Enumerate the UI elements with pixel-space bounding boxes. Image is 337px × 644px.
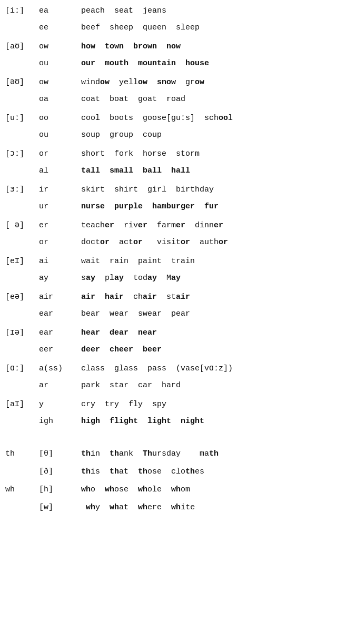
examples-cell: why what where white [79,503,332,512]
examples-cell: who whose whole whom [79,485,332,494]
spelling-cell: oa [37,95,79,104]
table-row: wh [h] who whose whole whom [5,484,332,502]
spelling-cell: ear [37,328,79,337]
examples-cell: hear dear near [79,328,332,337]
phoneme-cell: wh [5,485,37,494]
table-row: igh high flight light night [5,416,332,434]
examples-cell: bear wear swear pear [79,309,332,318]
table-row: [ɔː] or short fork horse storm [5,147,332,165]
spelling-cell: al [37,166,79,175]
examples-cell: cry try fly spy [79,400,332,409]
examples-cell: wait rain paint train [79,257,332,266]
phoneme-cell: [ɑː] [5,363,37,373]
examples-cell: our mouth mountain house [79,59,332,68]
examples-cell: thin thank Thursday math [79,449,332,458]
phonics-table: [iː] ea peach seat jeans ee beef sheep q… [5,4,332,520]
table-row: [ɑː] a(ss) class glass pass (vase[vɑːz]) [5,362,332,380]
examples-cell: peach seat jeans [79,6,332,15]
table-row: al tall small ball hall [5,165,332,183]
examples-cell: teacher river farmer dinner [79,221,332,230]
phoneme-cell: [ ə] [5,220,37,230]
phoneme-cell: [ɜː] [5,184,37,194]
spelling-cell: oo [37,114,79,123]
examples-cell: doctor actor visitor author [79,238,332,247]
spelling-cell: ou [37,130,79,139]
phoneme-cell: [aɪ] [5,399,37,409]
table-row: th [θ] thin thank Thursday math [5,448,332,466]
phoneme-cell: [iː] [5,5,37,15]
spelling-cell: [θ] [37,449,79,458]
spelling-cell: eer [37,345,79,354]
spelling-cell: er [37,221,79,230]
table-row: [ɪə] ear hear dear near [5,326,332,344]
table-row: [uː] oo cool boots goose[guːs] school [5,112,332,129]
examples-cell: window yellow snow grow [79,78,332,87]
spelling-cell: ou [37,59,79,68]
spelling-cell: [h] [37,485,79,494]
table-row: ar park star car hard [5,380,332,398]
examples-cell: nurse purple hamburger fur [79,202,332,211]
table-row: ou our mouth mountain house [5,58,332,76]
spelling-cell: ir [37,185,79,194]
examples-cell: say play today May [79,274,332,283]
examples-cell: how town brown now [79,42,332,51]
table-row: [əʊ] ow window yellow snow grow [5,76,332,94]
examples-cell: tall small ball hall [79,166,332,175]
examples-cell: this that those clothes [79,467,332,476]
spelling-cell: ow [37,78,79,87]
table-row: or doctor actor visitor author [5,237,332,255]
table-row: [eɪ] ai wait rain paint train [5,255,332,273]
phoneme-cell: [uː] [5,113,37,123]
table-row: ur nurse purple hamburger fur [5,201,332,219]
examples-cell: beef sheep queen sleep [79,23,332,32]
section-divider [5,434,332,448]
spelling-cell: ea [37,6,79,15]
spelling-cell: igh [37,417,79,426]
examples-cell: deer cheer beer [79,345,332,354]
table-row: [w] why what where white [5,502,332,520]
examples-cell: soup group coup [79,130,332,139]
phoneme-cell: [ɔː] [5,148,37,158]
table-row: [ ə] er teacher river farmer dinner [5,219,332,237]
phoneme-cell: [eɪ] [5,256,37,266]
table-row: [iː] ea peach seat jeans [5,4,332,22]
spelling-cell: ur [37,202,79,211]
phoneme-cell: [eə] [5,291,37,301]
spelling-cell: air [37,293,79,301]
table-row: ay say play today May [5,273,332,290]
examples-cell: high flight light night [79,417,332,426]
examples-cell: class glass pass (vase[vɑːz]) [79,363,332,373]
table-row: [ð] this that those clothes [5,466,332,484]
spelling-cell: or [37,149,79,158]
spelling-cell: a(ss) [37,364,79,373]
phoneme-cell: [aʊ] [5,41,37,51]
spelling-cell: or [37,238,79,247]
table-row: ou soup group coup [5,129,332,147]
spelling-cell: ay [37,274,79,283]
spelling-cell: ear [37,309,79,318]
table-row: [eə] air air hair chair stair [5,290,332,308]
examples-cell: skirt shirt girl birthday [79,185,332,194]
spelling-cell: ai [37,257,79,266]
phoneme-cell: [ɪə] [5,327,37,337]
examples-cell: short fork horse storm [79,149,332,158]
examples-cell: coat boat goat road [79,95,332,104]
spelling-cell: ow [37,42,79,51]
spelling-cell: ee [37,23,79,32]
examples-cell: air hair chair stair [79,293,332,301]
table-row: eer deer cheer beer [5,344,332,362]
table-row: ee beef sheep queen sleep [5,22,332,40]
phoneme-cell: [əʊ] [5,77,37,87]
table-row: [aɪ] y cry try fly spy [5,398,332,416]
phoneme-cell: th [5,449,37,458]
table-row: oa coat boat goat road [5,94,332,112]
spelling-cell: [ð] [37,467,79,476]
spelling-cell: ar [37,381,79,390]
spelling-cell: y [37,400,79,409]
table-row: ear bear wear swear pear [5,308,332,326]
examples-cell: park star car hard [79,381,332,390]
table-row: [aʊ] ow how town brown now [5,40,332,58]
spelling-cell: [w] [37,503,79,512]
examples-cell: cool boots goose[guːs] school [79,113,332,123]
table-row: [ɜː] ir skirt shirt girl birthday [5,183,332,201]
